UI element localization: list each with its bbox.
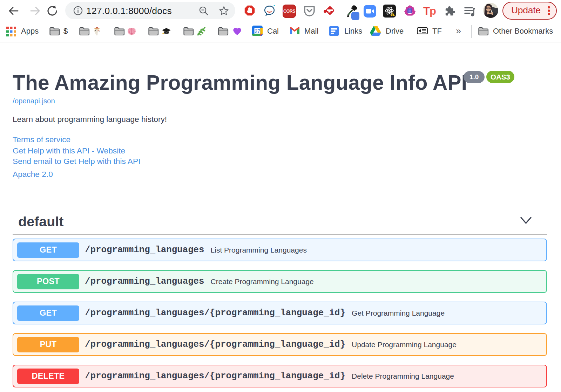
svg-text:27: 27 xyxy=(255,28,260,34)
